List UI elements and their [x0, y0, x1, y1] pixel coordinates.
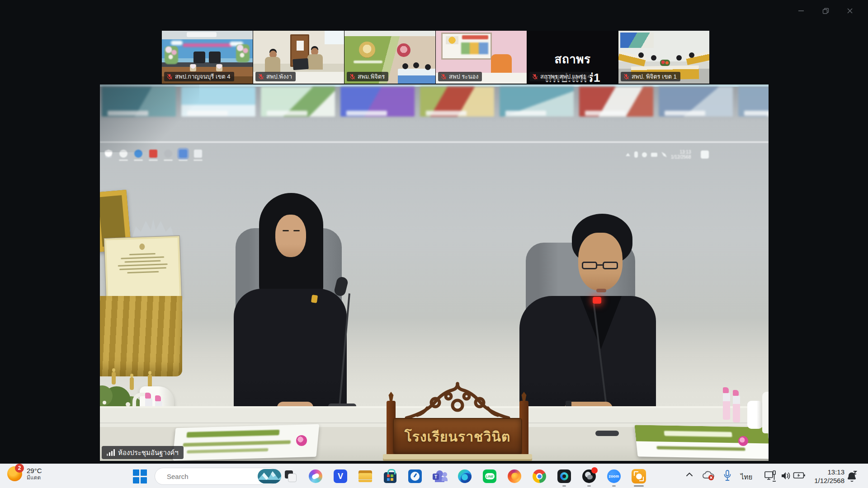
- window-controls: [791, 3, 860, 19]
- microphone-base: [595, 431, 619, 436]
- certificate-crown-ornament: [132, 219, 174, 237]
- glasses: [582, 262, 597, 269]
- microphone-tray-button[interactable]: [723, 469, 731, 482]
- microphone-red-light: [593, 297, 601, 304]
- participant-label: สถาพร สพป.แพร่1: [529, 72, 590, 81]
- pink-flower: [738, 436, 748, 446]
- tassel: [148, 375, 152, 387]
- projected-clock-date: 1/12/2568: [671, 155, 691, 160]
- hidden-icons-button[interactable]: [685, 471, 693, 478]
- restore-button[interactable]: [816, 3, 835, 19]
- participant-name: สพม.พิจิตร: [358, 72, 385, 81]
- projected-system-tray: 13:13 1/12/2568: [626, 150, 709, 160]
- close-button[interactable]: [840, 3, 860, 19]
- minimize-icon: [798, 8, 804, 14]
- woman-face: [275, 215, 306, 257]
- flower-arrangement: [100, 385, 113, 406]
- onedrive-error-icon: [702, 470, 715, 481]
- participant-name: สพป. พิจิตร เขต 1: [632, 72, 677, 81]
- participant-label: สพม.พิจิตร: [347, 72, 388, 81]
- participant-name: สพป.พังงา: [266, 72, 292, 81]
- wooden-school-sign: โรงเรียนราชวินิต: [380, 382, 535, 461]
- electric-kettle: [762, 392, 769, 433]
- taskbar: 2 29°C มีแดด V T LINE zoom: [0, 464, 868, 488]
- participant-name: สพป.กาญจนบุรี เขต 4: [175, 72, 231, 81]
- signal-bars-icon: [107, 449, 115, 456]
- battery-tray-button[interactable]: [793, 471, 806, 479]
- mic-muted-icon: [441, 74, 447, 80]
- room-name-overlay: ห้องประชุมอันฐางค์ฯ: [102, 446, 184, 459]
- participant-tile[interactable]: สพป. พิจิตร เขต 1: [618, 31, 709, 84]
- volume-tray-button[interactable]: [780, 471, 791, 481]
- participant-label: สพป. พิจิตร เขต 1: [621, 72, 680, 81]
- participant-tile[interactable]: สพป.พังงา: [253, 31, 344, 84]
- close-icon: [847, 8, 853, 14]
- white-flowers: [103, 401, 106, 404]
- system-tray: ไทย 13:13 1/12/2568: [0, 464, 868, 488]
- spray-bottle: [733, 395, 740, 422]
- language-indicator[interactable]: ไทย: [741, 472, 752, 483]
- participant-tile[interactable]: สพป.กาญจนบุรี เขต 4: [162, 31, 253, 84]
- clock-time: 13:13: [807, 468, 844, 476]
- projected-gallery: [102, 87, 769, 117]
- school-sign-text: โรงเรียนราชวินิต: [405, 426, 510, 447]
- pink-flower: [296, 435, 307, 446]
- wood-carving-ornament: [400, 382, 515, 420]
- mic-muted-icon: [258, 74, 264, 80]
- room-name: ห้องประชุมอันฐางค์ฯ: [118, 447, 179, 458]
- mic-muted-icon: [349, 74, 355, 80]
- clock-date: 1/12/2568: [807, 476, 844, 485]
- mic-muted-icon: [623, 74, 629, 80]
- volume-icon: [780, 471, 791, 481]
- participant-name: สพป ระนอง: [449, 72, 478, 81]
- participant-name: สถาพร สพป.แพร่1: [540, 72, 586, 81]
- microphone-icon: [723, 469, 731, 482]
- focus-assist-button[interactable]: [846, 470, 857, 482]
- participant-tile[interactable]: สถาพร สพป.แพร่1 สถาพร สพป.แพร่1: [527, 31, 618, 84]
- participant-tile[interactable]: สพม.พิจิตร: [344, 31, 435, 84]
- name-plate-right: [634, 425, 769, 459]
- minimize-button[interactable]: [791, 3, 811, 19]
- focus-bell-icon: [846, 470, 857, 482]
- tassel: [130, 377, 134, 390]
- onedrive-button[interactable]: [702, 470, 715, 481]
- projected-clock-time: 13:13: [671, 150, 691, 155]
- participant-tile[interactable]: สพป ระนอง: [436, 31, 527, 84]
- tissue-roll: [747, 401, 763, 429]
- mic-muted-icon: [532, 74, 538, 80]
- mic-muted-icon: [167, 74, 173, 80]
- gold-cloth-drape: [100, 296, 182, 376]
- framed-certificate: [104, 236, 182, 301]
- gold-pin: [311, 295, 318, 303]
- spray-bottle: [723, 393, 730, 420]
- glasses: [603, 262, 618, 269]
- participant-strip: สพป.กาญจนบุรี เขต 4 สพป.พังงา สพม.พิจิตร: [162, 31, 709, 84]
- main-video[interactable]: 13:13 1/12/2568: [100, 84, 769, 461]
- restore-icon: [822, 8, 829, 14]
- chevron-up-icon: [685, 471, 693, 478]
- network-tray-button[interactable]: [764, 470, 777, 482]
- network-icon: [764, 470, 777, 482]
- battery-charging-icon: [793, 471, 806, 479]
- clock[interactable]: 13:13 1/12/2568: [807, 468, 844, 485]
- participant-label: สพป.กาญจนบุรี เขต 4: [164, 72, 234, 81]
- tassel: [112, 372, 116, 385]
- participant-label: สพป ระนอง: [438, 72, 482, 81]
- participant-label: สพป.พังงา: [255, 72, 296, 81]
